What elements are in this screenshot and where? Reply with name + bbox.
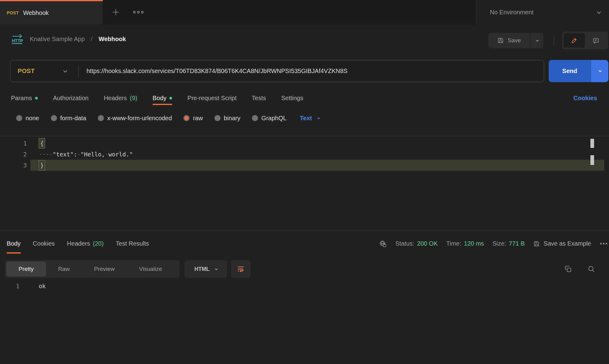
size-value: 771 B <box>509 240 525 247</box>
response-toolbar: Pretty Raw Preview Visualize HTML <box>5 260 609 279</box>
new-tab-button[interactable] <box>109 6 122 18</box>
radio-none[interactable]: none <box>16 115 39 122</box>
view-visualize[interactable]: Visualize <box>127 262 174 276</box>
request-body-editor[interactable]: 1 { 2 ····"text":·"Hello,·world." 3 } <box>0 136 609 231</box>
comments-button[interactable] <box>586 33 607 48</box>
radio-icon <box>16 115 22 121</box>
tab-settings[interactable]: Settings <box>281 91 303 105</box>
comment-icon <box>592 37 600 44</box>
request-tab-active[interactable]: POST Webhook <box>0 0 103 24</box>
breadcrumb-collection[interactable]: Knative Sample App <box>30 36 85 43</box>
response-headers-label: Headers <box>67 240 90 247</box>
tab-method-badge: POST <box>7 10 19 15</box>
tab-bar: POST Webhook No Environment <box>0 0 609 24</box>
chevron-down-icon <box>317 116 320 119</box>
radio-raw-label: raw <box>193 115 203 122</box>
tab-options-button[interactable] <box>130 7 146 18</box>
scrollbar-mark <box>590 155 594 165</box>
send-options-button[interactable] <box>591 60 608 82</box>
status-value: 200 OK <box>417 240 438 247</box>
status-pair: Status: 200 OK <box>395 240 438 247</box>
wrap-text-button[interactable] <box>231 260 250 278</box>
more-dots-icon <box>600 243 602 244</box>
raw-format-selector[interactable]: Text <box>300 115 319 122</box>
tab-prerequest-script[interactable]: Pre-request Script <box>187 91 236 105</box>
time-label: Time: <box>446 240 461 247</box>
breadcrumb: HTTP Knative Sample App / Webhook <box>11 31 126 47</box>
tab-title: Webhook <box>23 9 49 16</box>
save-button[interactable]: Save <box>488 33 530 48</box>
view-visualize-label: Visualize <box>139 266 162 272</box>
copy-response-button[interactable] <box>562 263 574 275</box>
response-tab-headers[interactable]: Headers (20) <box>67 233 104 254</box>
send-button[interactable]: Send <box>549 60 591 82</box>
tab-body[interactable]: Body <box>153 91 172 105</box>
environment-selector[interactable]: No Environment <box>476 0 609 24</box>
tab-tests-label: Tests <box>252 95 266 102</box>
cookies-link[interactable]: Cookies <box>573 91 597 105</box>
url-input[interactable]: https://hooks.slack.com/services/T06TD83… <box>79 68 544 75</box>
scrollbar-mark <box>590 139 594 148</box>
radio-binary[interactable]: binary <box>214 115 240 122</box>
tab-headers[interactable]: Headers (9) <box>104 91 137 105</box>
response-tab-cookies[interactable]: Cookies <box>33 233 55 254</box>
save-icon <box>497 37 504 44</box>
radio-raw[interactable]: raw <box>183 115 203 122</box>
response-body-label: Body <box>7 240 21 247</box>
headers-count: (9) <box>130 95 137 102</box>
more-dots-icon <box>133 11 136 13</box>
breadcrumb-current: Webhook <box>99 36 126 43</box>
radio-form-data[interactable]: form-data <box>51 115 87 122</box>
tab-authorization-label: Authorization <box>53 95 89 102</box>
radio-none-label: none <box>26 115 39 122</box>
view-preview-label: Preview <box>94 266 115 272</box>
tab-authorization[interactable]: Authorization <box>53 91 89 105</box>
pencil-icon <box>571 37 578 44</box>
tab-params[interactable]: Params <box>11 91 38 105</box>
format-label: Text <box>300 115 312 122</box>
response-headers-count: (20) <box>93 240 104 247</box>
view-raw[interactable]: Raw <box>46 262 82 276</box>
body-modified-dot <box>169 97 172 100</box>
edit-request-button[interactable] <box>564 33 585 48</box>
header-divider <box>554 35 554 46</box>
tab-headers-label: Headers <box>104 95 127 102</box>
request-url-bar: POST https://hooks.slack.com/services/T0… <box>10 60 544 82</box>
tab-params-label: Params <box>11 95 32 102</box>
response-header: Body Cookies Headers (20) Test Results S… <box>0 233 609 254</box>
radio-form-data-label: form-data <box>60 115 87 122</box>
line-number: 1 <box>0 281 19 292</box>
open-brace: { <box>39 138 45 149</box>
search-response-button[interactable] <box>586 263 597 275</box>
save-icon <box>533 240 540 247</box>
chevron-down-icon <box>599 69 602 72</box>
response-format-selector[interactable]: HTML <box>184 260 227 278</box>
response-text: ok <box>19 281 46 292</box>
method-selector[interactable]: POST <box>10 60 78 82</box>
view-pretty[interactable]: Pretty <box>6 262 46 276</box>
tab-prerequest-label: Pre-request Script <box>187 95 236 102</box>
save-as-example-button[interactable]: Save as Example <box>533 240 591 247</box>
tab-tests[interactable]: Tests <box>252 91 266 105</box>
save-options-button[interactable] <box>530 33 543 48</box>
view-raw-label: Raw <box>58 266 70 272</box>
close-brace: } <box>39 160 45 170</box>
chevron-down-icon <box>597 10 601 14</box>
response-options-button[interactable] <box>600 242 608 246</box>
radio-binary-label: binary <box>224 115 240 122</box>
tab-settings-label: Settings <box>281 95 303 102</box>
copy-icon <box>564 265 572 273</box>
chevron-down-icon <box>536 39 539 42</box>
params-modified-dot <box>35 97 38 100</box>
view-preview[interactable]: Preview <box>82 262 127 276</box>
radio-graphql[interactable]: GraphQL <box>252 115 286 122</box>
time-value: 120 ms <box>464 240 484 247</box>
response-format-label: HTML <box>194 266 210 272</box>
radio-x-www-form-urlencoded[interactable]: x-www-form-urlencoded <box>98 115 172 122</box>
breadcrumb-separator: / <box>91 36 93 43</box>
radio-graphql-label: GraphQL <box>261 115 286 122</box>
send-button-group: Send <box>549 60 608 82</box>
size-label: Size: <box>493 240 506 247</box>
response-tab-test-results[interactable]: Test Results <box>116 233 149 254</box>
response-tab-body[interactable]: Body <box>7 233 21 254</box>
